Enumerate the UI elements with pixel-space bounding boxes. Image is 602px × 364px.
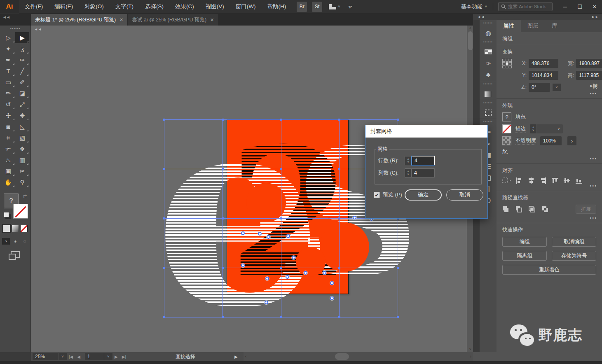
close-tab-icon[interactable]: ✕ [210,17,214,23]
fill-swatch[interactable]: ? [502,112,511,121]
opacity-label[interactable]: 不透明度 [515,137,536,145]
tab-properties[interactable]: 属性 [497,20,521,32]
vertical-scroll-thumb[interactable] [468,31,473,50]
gradient-mode-button[interactable] [12,225,19,232]
rotate-tool[interactable]: ↺ [1,99,15,110]
stroke-weight-value[interactable] [536,124,555,133]
width-tool[interactable]: ✣ [1,110,15,121]
gradient-panel-icon[interactable] [480,88,497,100]
opacity-swatch[interactable] [502,136,511,145]
document-tab-2[interactable]: 尝试.ai @ 25% (RGB/GPU 预览) ✕ [127,14,218,26]
height-field[interactable] [576,71,602,80]
chevron-down-icon[interactable]: ˅ [555,124,563,133]
minus-front-icon[interactable] [515,206,523,212]
scroll-right-icon[interactable]: › [470,354,471,359]
stroke-color-well[interactable] [14,204,28,218]
maximize-button[interactable]: ☐ [572,1,587,12]
more-options-icon[interactable]: ••• [590,156,597,161]
rows-input[interactable] [412,156,435,165]
artwork-circle[interactable] [296,247,326,277]
artwork-circle[interactable] [320,222,369,272]
more-options-icon[interactable]: ••• [590,183,597,188]
more-options-icon[interactable]: ••• [590,215,597,220]
menu-item-1[interactable]: 编辑(E) [49,3,79,10]
magic-wand-tool[interactable]: ✦ [1,43,15,54]
collapse-icon[interactable]: ◄◄ [34,27,42,31]
panel-grip[interactable]: ▪▪▪▪▪▪ [0,26,30,30]
artboard-number-select[interactable]: 1 [85,353,104,360]
swatches-panel-icon[interactable] [480,46,497,58]
group-button[interactable]: 编组 [502,237,547,247]
close-button[interactable]: ✕ [587,1,602,12]
scroll-up-icon[interactable]: ˄ [467,26,473,30]
menu-item-5[interactable]: 效果(C) [169,3,200,10]
fx-button[interactable]: fx. [502,148,596,155]
chevron-right-icon[interactable]: › [567,136,576,145]
first-artboard-icon[interactable]: |◀ [67,355,75,359]
chevron-down-icon[interactable]: ˅ [104,353,112,360]
exclude-icon[interactable] [542,206,549,212]
chevron-down-icon[interactable]: ˅ [59,353,67,360]
save-as-symbol-button[interactable]: 存储为符号 [552,251,596,261]
paintbrush-tool[interactable]: ✐ [15,77,29,88]
scale-tool[interactable]: ⤢ [15,99,29,110]
symbols-panel-icon[interactable]: ♣ [480,69,497,81]
panel-grip[interactable]: ▪▪▪▪▪▪ [480,82,497,86]
draw-normal-button[interactable]: ◔ [2,238,10,245]
stock-search[interactable] [498,2,553,11]
shape-builder-tool[interactable]: ◙ [1,121,15,132]
panel-grip[interactable]: ▪▪▪▪▪▪ [480,120,497,124]
eyedropper-tool[interactable]: ✃ [1,143,15,154]
isolate-group-button[interactable]: 隔离组 [502,251,547,261]
opacity-field[interactable]: 100% [540,136,562,145]
artboard-tool[interactable]: ▣ [1,166,15,177]
scroll-down-icon[interactable]: ˅ [467,347,473,351]
search-input[interactable] [508,4,549,9]
stroke-weight-control[interactable]: ˄˅ ˅ [530,124,563,133]
unite-icon[interactable] [502,206,510,212]
stroke-swatch[interactable] [502,124,511,133]
default-colors-icon[interactable] [4,212,9,217]
ungroup-button[interactable]: 取消编组 [552,237,596,247]
zoom-tool[interactable]: ⚲ [15,177,29,188]
width-field[interactable] [576,59,602,68]
panel-grip[interactable]: ▪▪▪▪▪▪ [480,21,497,25]
mesh-tool[interactable]: ⌗ [1,132,15,143]
menu-item-3[interactable]: 文字(T) [110,3,139,10]
menu-item-8[interactable]: 帮助(H) [261,3,292,10]
ok-button[interactable]: 确定 [405,189,442,201]
tab-libraries[interactable]: 库 [545,20,564,32]
link-dimensions-icon[interactable]: ⛓ [593,83,598,89]
align-right-icon[interactable] [540,177,546,184]
lasso-tool[interactable]: ʓ [15,43,29,54]
align-bottom-icon[interactable] [576,177,582,184]
none-mode-button[interactable] [20,225,28,232]
direct-selection-tool[interactable]: ▶ [15,32,29,43]
align-vertical-center-icon[interactable] [564,177,570,184]
horizontal-scroll-thumb[interactable] [335,353,349,360]
bridge-button[interactable]: Br [297,2,307,12]
status-menu-icon[interactable]: ▶ [234,355,238,359]
curvature-tool[interactable]: ✑ [15,54,29,65]
menu-item-6[interactable]: 视图(V) [200,3,230,10]
x-field[interactable] [529,59,558,68]
more-options-icon[interactable]: ••• [590,91,597,96]
menu-item-4[interactable]: 选择(S) [139,3,169,10]
selection-tool[interactable]: ▷ [1,32,15,43]
y-field[interactable] [529,71,558,80]
columns-input[interactable] [412,168,435,177]
shaper-tool[interactable]: ✏ [1,88,15,99]
type-tool[interactable]: T [1,65,15,77]
align-left-icon[interactable] [516,177,522,184]
panel-grip[interactable]: ▪▪▪▪▪▪ [480,40,497,44]
screen-mode-button[interactable] [11,251,20,258]
menu-item-7[interactable]: 窗口(W) [230,3,262,10]
hand-tool[interactable]: ✋ [1,177,15,188]
draw-inside-button[interactable]: ◌ [21,238,29,245]
columns-stepper[interactable]: ˄˅ [405,168,412,177]
eraser-tool[interactable]: ◪ [15,88,29,99]
chevron-down-icon[interactable]: ˅ [553,84,561,91]
color-mode-button[interactable] [3,225,10,232]
swap-fill-stroke-icon[interactable]: ⇄ [23,194,27,199]
pen-tool[interactable]: ✒ [1,54,15,65]
